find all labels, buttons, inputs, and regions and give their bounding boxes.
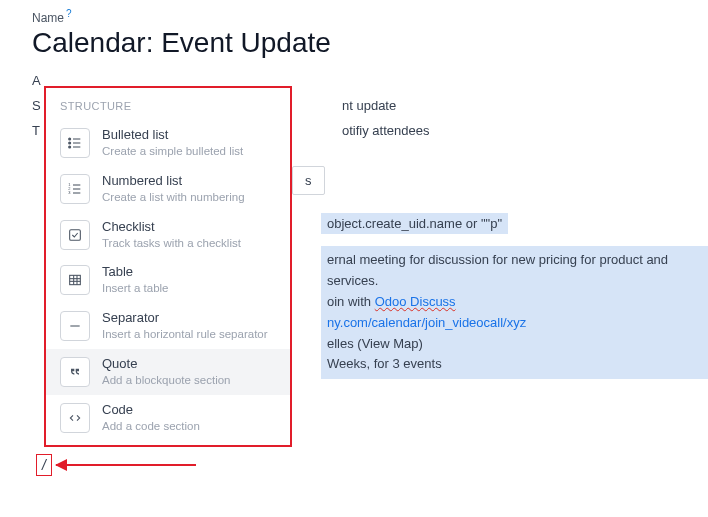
menu-item-separator[interactable]: SeparatorInsert a horizontal rule separa… [46,303,290,349]
menu-item-title: Checklist [102,219,241,236]
table-icon [60,265,90,295]
svg-point-0 [69,138,71,140]
body-line-4: elles (View Map) [327,334,702,355]
menu-item-desc: Create a simple bulleted list [102,144,243,159]
body-line-5: Weeks, for 3 events [327,354,702,375]
menu-item-desc: Insert a table [102,281,168,296]
help-icon[interactable]: ? [66,8,72,19]
body-line-1: ernal meeting for discussion for new pri… [327,250,702,292]
discuss-link[interactable]: Odoo Discuss [375,294,456,309]
code-icon [60,403,90,433]
list-ul-icon [60,128,90,158]
menu-section-header: STRUCTURE [46,96,290,120]
menu-item-desc: Add a code section [102,419,200,434]
menu-item-title: Table [102,264,168,281]
body-line-2: oin with Odoo Discuss [327,292,702,313]
menu-item-quote[interactable]: QuoteAdd a blockquote section [46,349,290,395]
body-line-3[interactable]: ny.com/calendar/join_videocall/xyz [327,313,702,334]
svg-rect-12 [70,229,81,240]
menu-item-numbered-list[interactable]: 123Numbered listCreate a list with numbe… [46,166,290,212]
menu-item-desc: Insert a horizontal rule separator [102,327,268,342]
name-field-label: Name? [32,8,708,25]
hello-expression: object.create_uid.name or ""p" [321,213,508,234]
menu-item-code[interactable]: CodeAdd a code section [46,395,290,441]
annotation-arrow [56,464,196,466]
minus-icon [60,311,90,341]
row-t-value: otifiy attendees [342,123,429,138]
menu-item-desc: Track tasks with a checklist [102,236,241,251]
row-s-value: nt update [342,98,396,113]
page-title[interactable]: Calendar: Event Update [32,27,708,59]
menu-item-title: Separator [102,310,268,327]
list-ol-icon: 123 [60,174,90,204]
menu-item-title: Quote [102,356,231,373]
svg-rect-13 [70,276,81,285]
tab-partial[interactable]: s [292,166,325,195]
menu-item-title: Code [102,402,200,419]
slash-command-menu: STRUCTURE Bulleted listCreate a simple b… [44,86,292,447]
slash-trigger[interactable]: / [36,454,52,476]
menu-item-bulleted-list[interactable]: Bulleted listCreate a simple bulleted li… [46,120,290,166]
svg-point-1 [69,142,71,144]
quote-icon [60,357,90,387]
menu-item-title: Bulleted list [102,127,243,144]
check-square-icon [60,220,90,250]
menu-item-title: Numbered list [102,173,245,190]
menu-item-table[interactable]: TableInsert a table [46,257,290,303]
svg-point-2 [69,146,71,148]
menu-item-desc: Create a list with numbering [102,190,245,205]
menu-item-checklist[interactable]: ChecklistTrack tasks with a checklist [46,212,290,258]
menu-item-desc: Add a blockquote section [102,373,231,388]
svg-text:3: 3 [68,190,71,195]
